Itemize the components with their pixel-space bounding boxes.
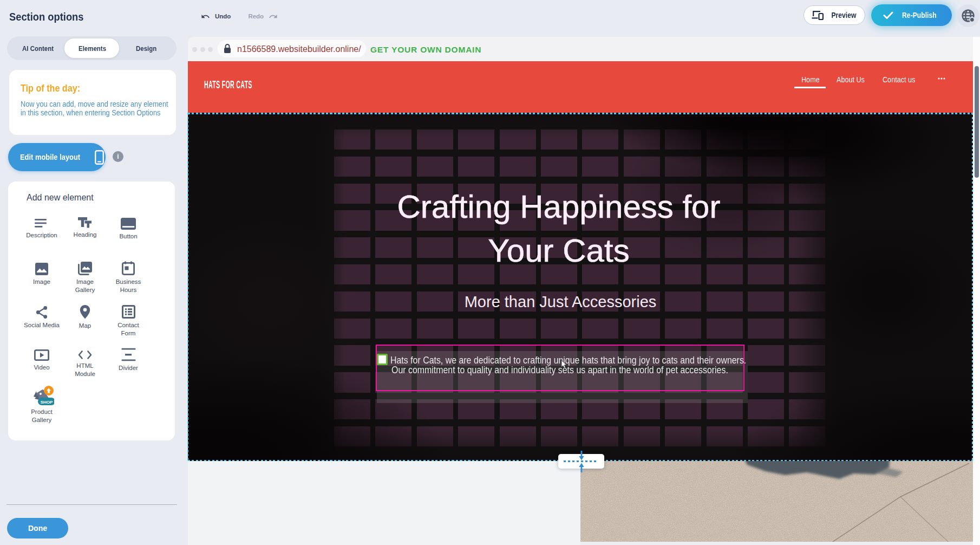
svg-text:SHOP: SHOP: [41, 400, 53, 405]
